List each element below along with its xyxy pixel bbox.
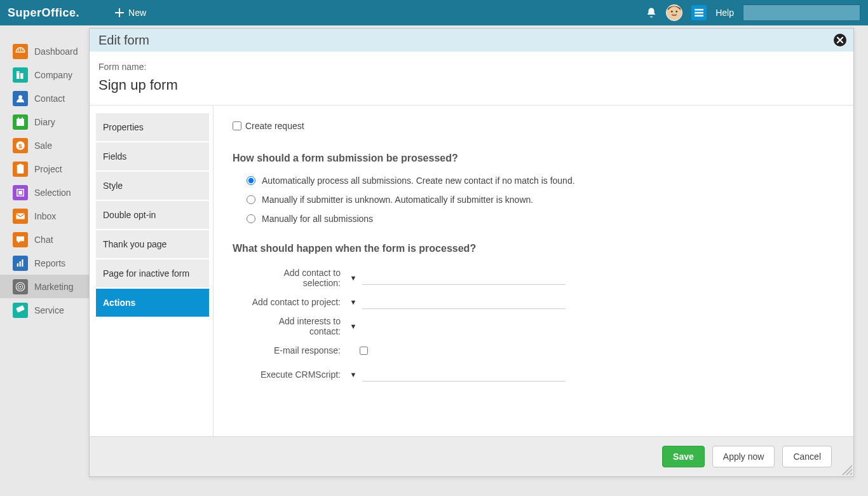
help-link[interactable]: Help	[715, 8, 734, 18]
field-grid: Add contact to selection:▼Add contact to…	[233, 266, 834, 387]
close-icon	[833, 33, 847, 47]
form-name-label: Form name:	[98, 62, 844, 72]
tab-double-opt-in[interactable]: Double opt-in	[96, 201, 209, 229]
sidebar-item-reports[interactable]: Reports	[0, 251, 89, 275]
sidebar-item-chat[interactable]: Chat	[0, 228, 89, 251]
processing-radio-0[interactable]	[247, 176, 255, 185]
project-icon	[13, 162, 28, 177]
svg-rect-18	[17, 165, 24, 174]
sidebar-item-contact[interactable]: Contact	[0, 86, 89, 110]
sidebar-item-label: Company	[34, 70, 72, 80]
tab-page-for-inactive-form[interactable]: Page for inactive form	[96, 259, 209, 287]
apply-button[interactable]: Apply now	[712, 446, 775, 467]
dropdown-arrow-icon[interactable]: ▼	[347, 322, 360, 330]
tab-actions[interactable]: Actions	[96, 289, 209, 317]
create-request-row[interactable]: Create request	[233, 121, 834, 131]
hamburger-icon	[691, 5, 707, 20]
close-button[interactable]	[833, 33, 847, 47]
chat-icon	[13, 232, 28, 247]
field-label: Add interests to contact:	[245, 316, 347, 336]
svg-rect-6	[695, 15, 703, 17]
save-button[interactable]: Save	[662, 446, 705, 467]
sidebar-item-label: Chat	[34, 235, 53, 245]
form-name-section: Form name: Sign up form	[90, 52, 853, 106]
svg-rect-13	[17, 118, 24, 120]
sidebar-item-label: Marketing	[34, 282, 73, 292]
svg-rect-23	[17, 263, 18, 266]
cancel-button[interactable]: Cancel	[782, 446, 832, 467]
sidebar-item-label: Sale	[34, 141, 52, 151]
plus-icon	[114, 8, 125, 18]
field-row-4: Execute CRMScript:▼	[245, 362, 834, 387]
dropdown-arrow-icon[interactable]: ▼	[347, 371, 360, 378]
field-checkbox-3[interactable]	[360, 347, 368, 355]
create-request-label: Create request	[245, 121, 304, 131]
form-name-value: Sign up form	[98, 77, 844, 93]
processing-option-0[interactable]: Automatically process all submissions. C…	[247, 176, 834, 186]
company-icon	[13, 67, 28, 83]
tabs-column: PropertiesFieldsStyleDouble opt-inThank …	[90, 106, 214, 436]
tab-thank-you-page[interactable]: Thank you page	[96, 230, 209, 258]
sidebar-item-label: Dashboard	[34, 46, 78, 57]
svg-rect-19	[19, 163, 22, 165]
new-label: New	[128, 8, 146, 18]
sidebar-item-label: Reports	[34, 258, 65, 268]
inbox-icon	[13, 209, 28, 224]
resize-grip-icon[interactable]	[842, 465, 852, 475]
avatar[interactable]	[666, 4, 682, 21]
selection-icon	[13, 185, 28, 200]
menu-button[interactable]	[691, 5, 707, 20]
sidebar-item-diary[interactable]: Diary	[0, 110, 89, 134]
field-input-1[interactable]	[362, 295, 566, 309]
sidebar-item-project[interactable]: Project	[0, 157, 89, 181]
svg-rect-22	[16, 213, 25, 219]
dashboard-icon	[13, 44, 28, 59]
new-button[interactable]: New	[114, 8, 146, 18]
processing-question-title: How should a form submission be prosesse…	[233, 153, 834, 164]
sidebar-item-inbox[interactable]: Inbox	[0, 204, 89, 228]
field-row-2: Add interests to contact:▼	[245, 314, 834, 338]
svg-rect-5	[695, 12, 703, 14]
svg-text:$: $	[18, 142, 22, 149]
tab-fields[interactable]: Fields	[96, 142, 209, 170]
sidebar-item-label: Inbox	[34, 211, 56, 221]
dropdown-arrow-icon[interactable]: ▼	[347, 274, 360, 282]
svg-rect-24	[20, 261, 21, 266]
sidebar-item-selection[interactable]: Selection	[0, 181, 89, 204]
search-box[interactable]	[743, 4, 860, 21]
processing-option-2[interactable]: Manually for all submissions	[247, 214, 834, 224]
svg-point-11	[18, 95, 22, 99]
modal-header: Edit form	[90, 29, 853, 52]
svg-rect-8	[20, 73, 24, 79]
processing-option-1[interactable]: Manually if submitter is unknown. Automa…	[247, 195, 834, 205]
sidebar-item-service[interactable]: Service	[0, 298, 89, 322]
field-input-0[interactable]	[362, 271, 566, 285]
sidebar-item-label: Selection	[34, 188, 71, 198]
svg-rect-15	[22, 117, 23, 120]
sidebar-item-marketing[interactable]: Marketing	[0, 275, 89, 298]
search-input[interactable]	[749, 8, 856, 18]
svg-point-28	[20, 286, 21, 287]
field-label: Execute CRMScript:	[245, 369, 347, 380]
sidebar-item-label: Contact	[34, 93, 65, 104]
logo: SuperOffice.	[8, 6, 79, 20]
sidebar-item-sale[interactable]: $ Sale	[0, 134, 89, 157]
notifications-button[interactable]	[646, 7, 657, 18]
field-input-4[interactable]	[362, 368, 566, 382]
tab-style[interactable]: Style	[96, 172, 209, 200]
processing-radio-2[interactable]	[247, 214, 255, 223]
edit-form-modal: Edit form Form name: Sign up form Proper…	[89, 28, 854, 477]
sidebar-item-company[interactable]: Company	[0, 63, 89, 86]
sidebar-item-label: Project	[34, 164, 62, 174]
processing-option-label: Automatically process all submissions. C…	[262, 176, 575, 186]
create-request-checkbox[interactable]	[233, 121, 241, 130]
sidebar-item-dashboard[interactable]: Dashboard	[0, 39, 89, 63]
dropdown-arrow-icon[interactable]: ▼	[347, 298, 360, 306]
processed-question-title: What should happen when the form is proc…	[233, 243, 834, 254]
processing-radio-1[interactable]	[247, 195, 255, 204]
tab-properties[interactable]: Properties	[96, 113, 209, 141]
svg-rect-9	[17, 72, 18, 72]
diary-icon	[13, 114, 28, 130]
svg-point-1	[671, 11, 673, 13]
bell-icon	[646, 7, 657, 18]
